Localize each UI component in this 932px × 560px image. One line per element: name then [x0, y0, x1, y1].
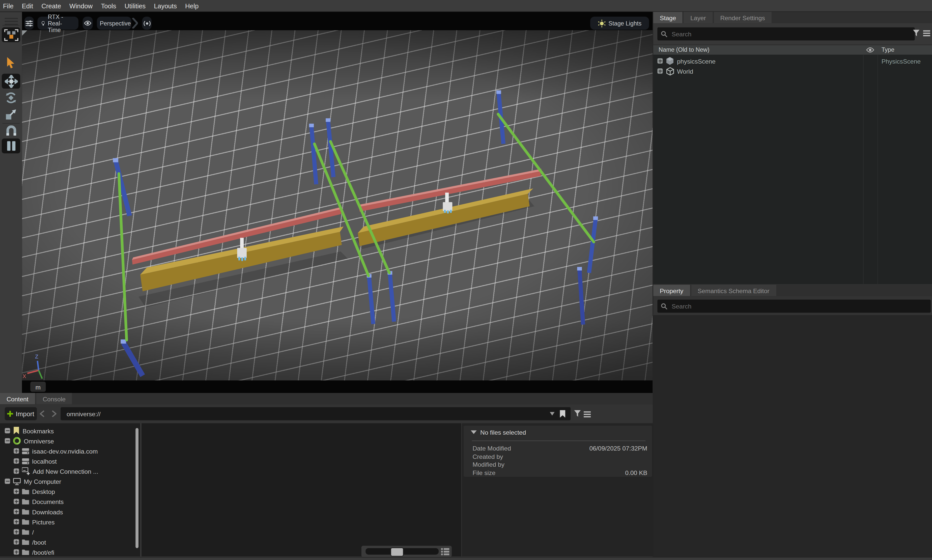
tab-content[interactable]: Content [0, 393, 35, 405]
menu-help[interactable]: Help [185, 2, 198, 9]
collapse-triangle-icon[interactable] [471, 430, 477, 434]
collapse-icon[interactable] [5, 428, 10, 433]
tree-row-boot[interactable]: /boot [0, 537, 154, 547]
stage-row-world[interactable]: World [653, 66, 932, 76]
path-bar[interactable] [60, 407, 571, 420]
pause-button[interactable] [2, 138, 20, 153]
menu-create[interactable]: Create [42, 2, 61, 9]
path-dropdown-icon[interactable] [550, 412, 555, 415]
expand-icon[interactable] [14, 549, 19, 555]
expand-icon[interactable] [14, 499, 19, 504]
folder-icon [22, 488, 29, 495]
filter-icon[interactable] [574, 410, 581, 418]
tab-render-settings[interactable]: Render Settings [714, 12, 771, 23]
slider-thumb[interactable] [391, 547, 404, 557]
tree-row-documents[interactable]: Documents [0, 497, 154, 506]
expand-icon[interactable] [14, 468, 19, 474]
snap-tool-button[interactable] [0, 125, 22, 136]
content-file-tree[interactable]: Bookmarks Omniverse isaac-dev.ov.nvidia.… [0, 423, 140, 557]
column-name[interactable]: Name (Old to New) [658, 46, 709, 53]
tree-row-pictures[interactable]: Pictures [0, 517, 154, 527]
expand-icon[interactable] [14, 489, 19, 494]
menu-layouts[interactable]: Layouts [154, 2, 177, 9]
tree-row-downloads[interactable]: Downloads [0, 506, 154, 517]
menu-tools[interactable]: Tools [101, 2, 116, 9]
visibility-button[interactable] [83, 17, 93, 30]
list-view-icon[interactable] [441, 548, 449, 555]
path-input[interactable] [60, 410, 550, 418]
tree-row-add-new-connection[interactable]: Add New Connection ... [0, 466, 154, 476]
beam-yellow [140, 188, 533, 291]
tree-row-omniverse[interactable]: Omniverse [0, 435, 145, 446]
renderer-selector[interactable]: RTX - Real-Time [37, 17, 78, 30]
viewport-settings-button[interactable] [25, 17, 34, 30]
camera-selector[interactable]: Perspective [97, 17, 131, 30]
search-icon [661, 31, 667, 37]
tree-row-bookmarks[interactable]: Bookmarks [0, 426, 145, 435]
select-prims-button[interactable] [2, 27, 20, 42]
chevron-right-icon[interactable] [132, 18, 138, 29]
stage-row-physicsscene[interactable]: physicsScene PhysicsScene [653, 56, 932, 66]
forward-button[interactable] [50, 407, 58, 420]
stage-search[interactable] [657, 27, 915, 40]
tab-console[interactable]: Console [36, 393, 72, 405]
scale-tool-button[interactable] [0, 109, 22, 120]
expand-icon[interactable] [657, 58, 663, 63]
expand-icon[interactable] [657, 68, 663, 74]
tree-row-localhost[interactable]: localhost [0, 456, 154, 466]
filter-icon[interactable] [913, 30, 920, 38]
stage-tree[interactable]: physicsScene PhysicsScene World [653, 55, 932, 284]
column-type[interactable]: Type [881, 46, 894, 53]
unit-label[interactable]: m [30, 382, 46, 392]
tree-row-root[interactable]: / [0, 527, 154, 537]
menu-utilities[interactable]: Utilities [125, 2, 146, 9]
expand-icon[interactable] [14, 519, 19, 524]
options-menu-icon[interactable] [584, 411, 591, 418]
post-blue [113, 90, 598, 375]
prim-name[interactable]: physicsScene [677, 57, 715, 64]
tab-stage[interactable]: Stage [653, 12, 683, 23]
expand-icon[interactable] [14, 539, 19, 545]
property-search-input[interactable] [671, 302, 913, 310]
collapse-icon[interactable] [5, 478, 10, 484]
tree-scrollbar[interactable] [135, 428, 138, 548]
menu-window[interactable]: Window [69, 2, 92, 9]
expand-icon[interactable] [14, 509, 19, 514]
bookmark-icon[interactable] [559, 410, 566, 418]
visibility-column-eye-icon[interactable] [866, 47, 874, 53]
expand-icon[interactable] [14, 448, 19, 454]
tree-row-desktop[interactable]: Desktop [0, 486, 154, 497]
back-button[interactable] [38, 407, 46, 420]
thumbnail-size-slider[interactable] [361, 546, 452, 557]
prim-name[interactable]: World [677, 67, 693, 74]
collapse-icon[interactable] [5, 438, 10, 443]
viewport-3d[interactable]: Z X RTX - Real-Time [22, 12, 652, 393]
toolbar-drag-handle-icon[interactable] [0, 16, 22, 25]
expand-icon[interactable] [14, 529, 19, 534]
select-tool-button[interactable] [0, 57, 22, 68]
stage-tree-header[interactable]: Name (Old to New) Type [653, 45, 932, 55]
stage-search-input[interactable] [671, 30, 898, 38]
tab-semantics-schema-editor[interactable]: Semantics Schema Editor [691, 285, 776, 296]
tab-property[interactable]: Property [653, 285, 690, 296]
scene-render[interactable]: Z X [22, 30, 652, 380]
detail-row: Created by [472, 453, 647, 460]
plus-icon [7, 411, 13, 417]
menu-edit[interactable]: Edit [22, 2, 33, 9]
slider-track[interactable] [366, 548, 438, 555]
import-button[interactable]: Import [5, 407, 37, 420]
expand-icon[interactable] [14, 458, 19, 464]
stage-lights-button[interactable]: Stage Lights [590, 17, 649, 30]
tree-row-my-computer[interactable]: My Computer [0, 476, 145, 486]
menu-file[interactable]: File [3, 2, 14, 9]
rotate-tool-button[interactable] [0, 92, 22, 104]
tree-row-isaac-dev[interactable]: isaac-dev.ov.nvidia.com [0, 446, 154, 456]
move-tool-button[interactable] [2, 74, 20, 89]
file-grid-area[interactable] [141, 423, 461, 557]
selection-summary: No files selected Date Modified06/09/202… [464, 426, 652, 477]
property-search[interactable] [657, 300, 931, 313]
tree-row-boot-efi[interactable]: /boot/efi [0, 547, 154, 557]
options-menu-icon[interactable] [923, 30, 930, 37]
capture-button[interactable] [142, 17, 152, 30]
tab-layer[interactable]: Layer [684, 12, 712, 23]
